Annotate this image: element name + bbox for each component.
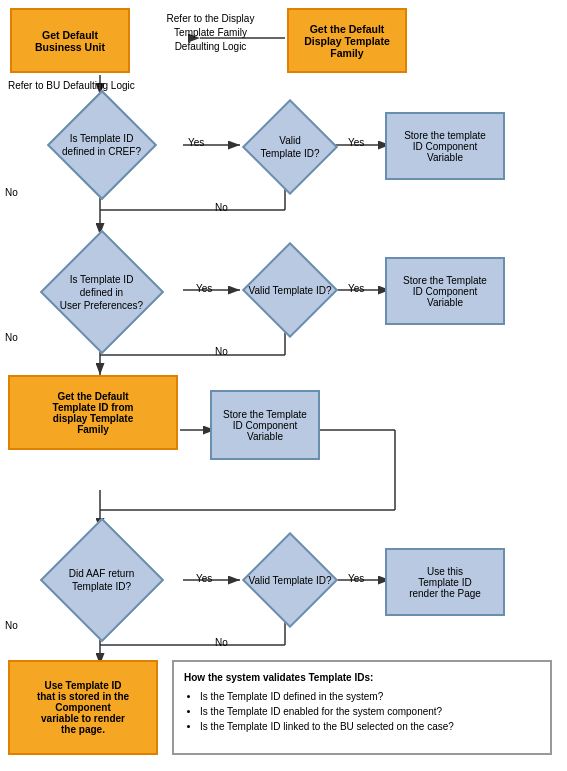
info-bullet-3: Is the Template ID linked to the BU sele… — [200, 719, 540, 734]
use-template-render-box: Use this Template ID render the Page — [385, 548, 505, 616]
store-template-1-box: Store the template ID Component Variable — [385, 112, 505, 180]
valid-template-2-diamond: Valid Template ID? — [235, 255, 345, 325]
yes-label-2: Yes — [196, 283, 212, 294]
no-label-2: No — [5, 332, 18, 343]
get-default-template-box: Get the Default Template ID from display… — [8, 375, 178, 450]
store-template-2-label: Store the Template ID Component Variable — [403, 275, 487, 308]
no-label-1b: No — [215, 202, 228, 213]
store-template-3-label: Store the Template ID Component Variable — [223, 409, 307, 442]
yes-label-1b: Yes — [348, 137, 364, 148]
use-template-stored-box: Use Template ID that is stored in the Co… — [8, 660, 158, 755]
info-box-title: How the system validates Template IDs: — [184, 670, 540, 685]
no-label-3: No — [5, 620, 18, 631]
info-bullet-2: Is the Template ID enabled for the syste… — [200, 704, 540, 719]
yes-label-2b: Yes — [348, 283, 364, 294]
is-template-cref-diamond: Is Template IDdefined in CREF? — [20, 105, 183, 185]
get-default-bu-box: Get Default Business Unit — [10, 8, 130, 73]
store-template-3-box: Store the Template ID Component Variable — [210, 390, 320, 460]
get-default-family-box: Get the Default Display Template Family — [287, 8, 407, 73]
yes-label-3: Yes — [196, 573, 212, 584]
store-template-1-label: Store the template ID Component Variable — [404, 130, 486, 163]
get-default-template-label: Get the Default Template ID from display… — [53, 391, 134, 435]
refer-bu-label: Refer to BU Defaulting Logic — [8, 80, 135, 91]
yes-label-1: Yes — [188, 137, 204, 148]
info-box-list: Is the Template ID defined in the system… — [200, 689, 540, 734]
info-box: How the system validates Template IDs: I… — [172, 660, 552, 755]
no-label-2b: No — [215, 346, 228, 357]
get-default-family-label: Get the Default Display Template Family — [304, 23, 390, 59]
flowchart-diagram: Get Default Business Unit Get the Defaul… — [0, 0, 567, 771]
store-template-2-box: Store the Template ID Component Variable — [385, 257, 505, 325]
refer-display-template-label: Refer to the Display Template Family Def… — [138, 12, 283, 54]
get-default-bu-label: Get Default Business Unit — [35, 29, 105, 53]
no-label-3b: No — [215, 637, 228, 648]
did-aaf-diamond: Did AAF returnTemplate ID? — [10, 536, 193, 624]
valid-template-1-diamond: ValidTemplate ID? — [235, 112, 345, 182]
use-template-render-label: Use this Template ID render the Page — [409, 566, 481, 599]
use-template-stored-label: Use Template ID that is stored in the Co… — [37, 680, 129, 735]
info-bullet-1: Is the Template ID defined in the system… — [200, 689, 540, 704]
valid-template-3-diamond: Valid Template ID? — [235, 545, 345, 615]
no-label-1: No — [5, 187, 18, 198]
is-template-user-diamond: Is Template IDdefined inUser Preferences… — [10, 248, 193, 336]
yes-label-3b: Yes — [348, 573, 364, 584]
